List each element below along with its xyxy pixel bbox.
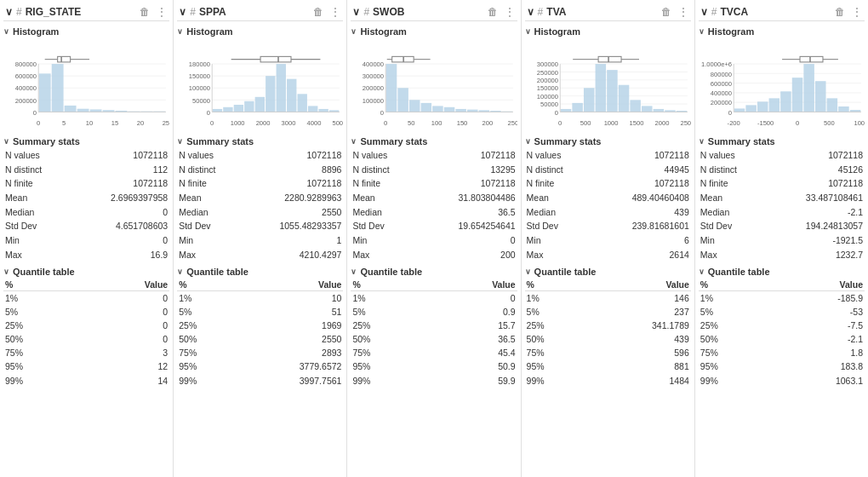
histogram-section-header[interactable]: ∨ Histogram — [177, 24, 343, 38]
summary-value: 0 — [70, 205, 169, 220]
summary-value: 1072118 — [417, 148, 517, 163]
svg-text:600000: 600000 — [711, 80, 732, 88]
summary-value: 45126 — [765, 163, 865, 177]
trash-icon[interactable]: 🗑 — [312, 6, 324, 18]
trash-icon[interactable]: 🗑 — [834, 6, 846, 18]
summary-label: Max — [525, 248, 591, 262]
summary-section-header[interactable]: ∨ Summary stats — [3, 134, 169, 148]
summary-row: N distinct44945 — [525, 163, 691, 177]
summary-row: Mean489.40460408 — [525, 191, 691, 205]
summary-table-sppa: N values1072118N distinct8896N finite107… — [177, 148, 343, 262]
svg-text:-200: -200 — [727, 119, 740, 127]
summary-label: Median — [177, 205, 240, 220]
chevron-down-icon: ∨ — [525, 137, 531, 146]
summary-value: 1072118 — [240, 176, 343, 191]
summary-section-header[interactable]: ∨ Summary stats — [525, 134, 691, 148]
quantile-section-header[interactable]: ∨ Quantile table — [177, 264, 343, 279]
chevron-down-icon[interactable]: ∨ — [5, 6, 13, 18]
summary-label: N values — [177, 148, 240, 163]
summary-section-header[interactable]: ∨ Summary stats — [351, 134, 517, 148]
svg-text:4000: 4000 — [307, 119, 322, 127]
summary-value: 239.81681601 — [591, 219, 690, 233]
trash-icon[interactable]: 🗑 — [139, 6, 151, 18]
summary-label: Max — [699, 248, 765, 262]
quantile-pct: 25% — [3, 319, 77, 332]
menu-icon[interactable]: ⋮ — [156, 6, 168, 18]
svg-text:-1500: -1500 — [757, 119, 774, 127]
quantile-pct: 1% — [525, 290, 582, 305]
summary-label: Summary stats — [360, 136, 427, 147]
svg-text:600000: 600000 — [15, 72, 37, 80]
quantile-section-header[interactable]: ∨ Quantile table — [699, 264, 865, 279]
summary-label: Median — [525, 205, 591, 220]
histogram-section-header[interactable]: ∨ Histogram — [699, 24, 865, 38]
chevron-down-icon: ∨ — [699, 137, 705, 146]
summary-row: Max16.9 — [3, 248, 169, 262]
svg-text:150: 150 — [457, 119, 468, 127]
svg-rect-79 — [421, 103, 432, 112]
histogram-section-header[interactable]: ∨ Histogram — [525, 24, 691, 38]
quantile-value: 36.5 — [425, 332, 517, 346]
summary-table-tvca: N values1072118N distinct45126N finite10… — [699, 148, 865, 262]
quantile-row: 95%881 — [525, 359, 691, 373]
quantile-pct: 25% — [177, 319, 230, 332]
quantile-value: 2550 — [230, 332, 343, 346]
chevron-down-icon[interactable]: ∨ — [700, 6, 708, 18]
summary-section-header[interactable]: ∨ Summary stats — [177, 134, 343, 148]
quantile-value: 0 — [77, 305, 169, 319]
menu-icon[interactable]: ⋮ — [504, 6, 516, 18]
quantile-pct: 50% — [177, 332, 230, 346]
quantile-section-header[interactable]: ∨ Quantile table — [3, 264, 169, 279]
svg-text:1500: 1500 — [629, 119, 643, 127]
summary-value: 1072118 — [417, 176, 517, 191]
histogram-section-header[interactable]: ∨ Histogram — [351, 24, 517, 38]
summary-label: Std Dev — [177, 219, 240, 233]
quantile-row: 95%50.9 — [351, 359, 517, 373]
svg-text:150000: 150000 — [536, 85, 557, 93]
svg-rect-118 — [618, 85, 629, 112]
svg-text:50: 50 — [408, 119, 414, 127]
summary-label: Median — [3, 205, 70, 220]
histogram-rig_state: 80000060000040000020000000510152025 — [3, 38, 169, 132]
histogram-label: Histogram — [534, 26, 580, 37]
trash-icon[interactable]: 🗑 — [660, 6, 672, 18]
value-header: Value — [425, 279, 517, 291]
trash-icon[interactable]: 🗑 — [487, 6, 499, 18]
quantile-pct: 1% — [699, 290, 767, 305]
svg-text:25: 25 — [163, 119, 169, 127]
quantile-section-header[interactable]: ∨ Quantile table — [351, 264, 517, 279]
summary-value: 0 — [70, 233, 169, 248]
summary-section-header[interactable]: ∨ Summary stats — [699, 134, 865, 148]
summary-label: N finite — [525, 176, 591, 191]
menu-icon[interactable]: ⋮ — [329, 6, 341, 18]
summary-value: 1 — [240, 233, 343, 248]
svg-text:1000: 1000 — [854, 119, 865, 127]
quantile-value: -185.9 — [767, 290, 865, 305]
quantile-row: 5%-53 — [699, 305, 865, 319]
quantile-row: 99%59.9 — [351, 374, 517, 388]
quantile-row: 75%45.4 — [351, 346, 517, 359]
svg-text:10: 10 — [86, 119, 93, 127]
summary-row: Median2550 — [177, 205, 343, 220]
quantile-value: 183.8 — [767, 359, 865, 373]
summary-row: Std Dev194.24813057 — [699, 219, 865, 233]
quantile-row: 75%2893 — [177, 346, 343, 359]
svg-rect-77 — [398, 88, 409, 112]
column-sppa: ∨#SPPA🗑⋮∨ Histogram180000150000100000500… — [174, 0, 347, 477]
menu-icon[interactable]: ⋮ — [677, 6, 689, 18]
svg-text:50000: 50000 — [192, 97, 210, 105]
summary-label: N distinct — [3, 163, 70, 177]
chevron-down-icon[interactable]: ∨ — [352, 6, 360, 18]
quantile-section-header[interactable]: ∨ Quantile table — [525, 264, 691, 279]
chevron-down-icon: ∨ — [699, 267, 705, 276]
quantile-row: 25%341.1789 — [525, 319, 691, 332]
chevron-down-icon[interactable]: ∨ — [527, 6, 534, 18]
chevron-down-icon[interactable]: ∨ — [179, 6, 186, 18]
svg-rect-80 — [433, 106, 444, 112]
summary-section-sppa: ∨ Summary statsN values1072118N distinct… — [177, 134, 343, 262]
menu-icon[interactable]: ⋮ — [851, 6, 863, 18]
quantile-row: 5%51 — [177, 305, 343, 319]
summary-label: Std Dev — [699, 219, 765, 233]
svg-text:5: 5 — [62, 119, 66, 127]
histogram-section-header[interactable]: ∨ Histogram — [3, 24, 169, 38]
